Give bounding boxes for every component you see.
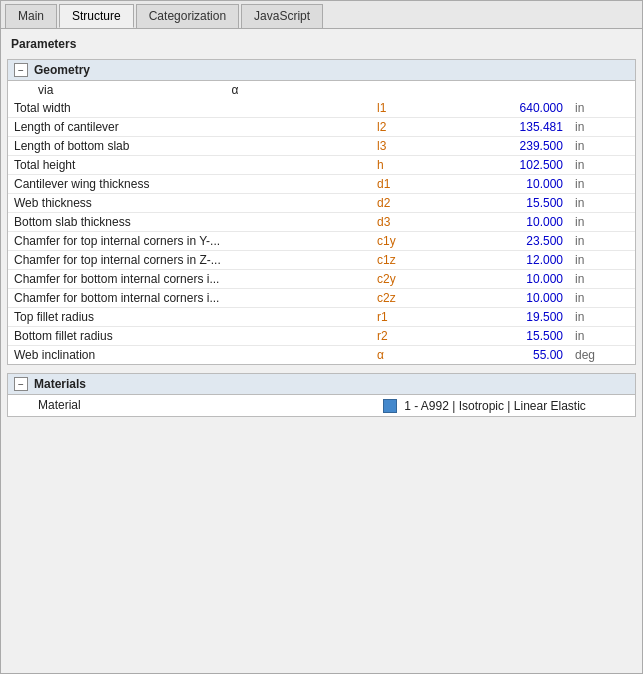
row-value-4: 10.000 bbox=[437, 175, 569, 194]
via-label: via bbox=[8, 81, 202, 99]
row-unit-4: in bbox=[569, 175, 635, 194]
geometry-row-5: Web thickness d2 15.500 in bbox=[8, 194, 635, 213]
geometry-row-8: Chamfer for top internal corners in Z-..… bbox=[8, 251, 635, 270]
row-unit-6: in bbox=[569, 213, 635, 232]
row-unit-12: in bbox=[569, 327, 635, 346]
row-unit-2: in bbox=[569, 137, 635, 156]
geometry-row-10: Chamfer for bottom internal corners i...… bbox=[8, 289, 635, 308]
row-symbol-11: r1 bbox=[371, 308, 437, 327]
row-value-3: 102.500 bbox=[437, 156, 569, 175]
materials-panel: − Materials Material 1 - A992 | Isotropi… bbox=[7, 373, 636, 417]
materials-collapse-btn[interactable]: − bbox=[14, 377, 28, 391]
geometry-row-12: Bottom fillet radius r2 15.500 in bbox=[8, 327, 635, 346]
row-name-8: Chamfer for top internal corners in Z-..… bbox=[8, 251, 371, 270]
row-symbol-3: h bbox=[371, 156, 437, 175]
row-name-3: Total height bbox=[8, 156, 371, 175]
row-unit-0: in bbox=[569, 99, 635, 118]
content-area: Parameters − Geometry via α bbox=[1, 29, 642, 673]
row-value-2: 239.500 bbox=[437, 137, 569, 156]
row-name-2: Length of bottom slab bbox=[8, 137, 371, 156]
geometry-row-3: Total height h 102.500 in bbox=[8, 156, 635, 175]
row-symbol-10: c2z bbox=[371, 289, 437, 308]
materials-table: Material 1 - A992 | Isotropic | Linear E… bbox=[8, 395, 635, 416]
row-symbol-8: c1z bbox=[371, 251, 437, 270]
geometry-row-1: Length of cantilever l2 135.481 in bbox=[8, 118, 635, 137]
row-unit-3: in bbox=[569, 156, 635, 175]
row-symbol-4: d1 bbox=[371, 175, 437, 194]
row-name-0: Total width bbox=[8, 99, 371, 118]
geometry-row-7: Chamfer for top internal corners in Y-..… bbox=[8, 232, 635, 251]
geometry-row-13: Web inclination α 55.00 deg bbox=[8, 346, 635, 365]
row-value-5: 15.500 bbox=[437, 194, 569, 213]
row-unit-9: in bbox=[569, 270, 635, 289]
row-value-0: 640.000 bbox=[437, 99, 569, 118]
row-symbol-13: α bbox=[371, 346, 437, 365]
row-value-13: 55.00 bbox=[437, 346, 569, 365]
material-text: 1 - A992 | Isotropic | Linear Elastic bbox=[404, 399, 586, 413]
row-value-8: 12.000 bbox=[437, 251, 569, 270]
row-symbol-1: l2 bbox=[371, 118, 437, 137]
row-unit-10: in bbox=[569, 289, 635, 308]
material-row: Material 1 - A992 | Isotropic | Linear E… bbox=[8, 395, 635, 416]
tab-categorization[interactable]: Categorization bbox=[136, 4, 239, 28]
row-value-1: 135.481 bbox=[437, 118, 569, 137]
row-symbol-0: l1 bbox=[371, 99, 437, 118]
geometry-label: Geometry bbox=[34, 63, 90, 77]
geometry-row-2: Length of bottom slab l3 239.500 in bbox=[8, 137, 635, 156]
materials-label: Materials bbox=[34, 377, 86, 391]
row-symbol-9: c2y bbox=[371, 270, 437, 289]
row-name-4: Cantilever wing thickness bbox=[8, 175, 371, 194]
row-value-9: 10.000 bbox=[437, 270, 569, 289]
geometry-panel: − Geometry via α Total width l1 640.000 bbox=[7, 59, 636, 365]
row-name-7: Chamfer for top internal corners in Y-..… bbox=[8, 232, 371, 251]
row-symbol-7: c1y bbox=[371, 232, 437, 251]
tab-bar: Main Structure Categorization JavaScript bbox=[1, 1, 642, 29]
tab-main[interactable]: Main bbox=[5, 4, 57, 28]
material-value: 1 - A992 | Isotropic | Linear Elastic bbox=[353, 395, 635, 416]
material-label: Material bbox=[8, 395, 353, 416]
row-name-6: Bottom slab thickness bbox=[8, 213, 371, 232]
main-window: Main Structure Categorization JavaScript… bbox=[0, 0, 643, 674]
tab-structure[interactable]: Structure bbox=[59, 4, 134, 28]
row-symbol-6: d3 bbox=[371, 213, 437, 232]
row-name-5: Web thickness bbox=[8, 194, 371, 213]
row-unit-11: in bbox=[569, 308, 635, 327]
row-value-11: 19.500 bbox=[437, 308, 569, 327]
row-name-1: Length of cantilever bbox=[8, 118, 371, 137]
row-unit-8: in bbox=[569, 251, 635, 270]
section-title: Parameters bbox=[7, 35, 636, 53]
geometry-row-4: Cantilever wing thickness d1 10.000 in bbox=[8, 175, 635, 194]
row-name-11: Top fillet radius bbox=[8, 308, 371, 327]
via-symbol: α bbox=[202, 81, 364, 99]
tab-javascript[interactable]: JavaScript bbox=[241, 4, 323, 28]
row-symbol-2: l3 bbox=[371, 137, 437, 156]
materials-header: − Materials bbox=[8, 374, 635, 395]
row-unit-5: in bbox=[569, 194, 635, 213]
geometry-row-9: Chamfer for bottom internal corners i...… bbox=[8, 270, 635, 289]
geometry-rows-table: Total width l1 640.000 in Length of cant… bbox=[8, 99, 635, 364]
row-name-9: Chamfer for bottom internal corners i... bbox=[8, 270, 371, 289]
geometry-table: via α bbox=[8, 81, 635, 99]
row-name-12: Bottom fillet radius bbox=[8, 327, 371, 346]
geometry-collapse-btn[interactable]: − bbox=[14, 63, 28, 77]
row-unit-7: in bbox=[569, 232, 635, 251]
via-row: via α bbox=[8, 81, 635, 99]
row-value-6: 10.000 bbox=[437, 213, 569, 232]
row-symbol-12: r2 bbox=[371, 327, 437, 346]
geometry-row-6: Bottom slab thickness d3 10.000 in bbox=[8, 213, 635, 232]
row-unit-1: in bbox=[569, 118, 635, 137]
row-symbol-5: d2 bbox=[371, 194, 437, 213]
row-value-12: 15.500 bbox=[437, 327, 569, 346]
row-name-13: Web inclination bbox=[8, 346, 371, 365]
material-color-swatch bbox=[383, 399, 397, 413]
geometry-header: − Geometry bbox=[8, 60, 635, 81]
geometry-row-0: Total width l1 640.000 in bbox=[8, 99, 635, 118]
geometry-row-11: Top fillet radius r1 19.500 in bbox=[8, 308, 635, 327]
row-value-10: 10.000 bbox=[437, 289, 569, 308]
row-value-7: 23.500 bbox=[437, 232, 569, 251]
row-name-10: Chamfer for bottom internal corners i... bbox=[8, 289, 371, 308]
row-unit-13: deg bbox=[569, 346, 635, 365]
